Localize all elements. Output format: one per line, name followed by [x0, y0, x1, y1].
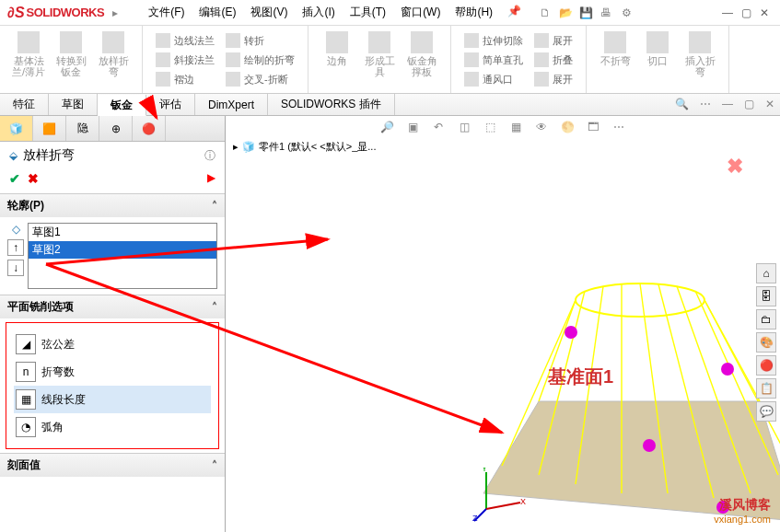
- annotation-arrows: [0, 0, 780, 532]
- svg-line-23: [147, 101, 157, 118]
- svg-line-25: [46, 264, 502, 433]
- svg-line-24: [46, 239, 328, 264]
